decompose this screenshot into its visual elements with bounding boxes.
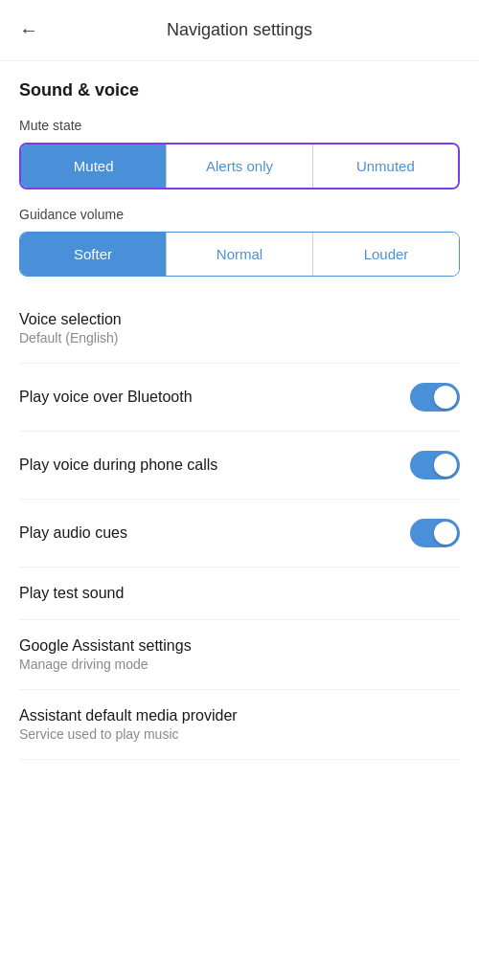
guidance-volume-label: Guidance volume [19,207,460,222]
play-audio-cues-toggle[interactable] [410,519,460,547]
back-button[interactable]: ← [19,15,46,45]
back-icon: ← [19,19,38,40]
play-voice-bluetooth-row: Play voice over Bluetooth [19,364,460,432]
page-title: Navigation settings [54,20,425,40]
volume-louder[interactable]: Louder [313,233,459,276]
play-audio-cues-row: Play audio cues [19,500,460,568]
header: ← Navigation settings [0,0,479,61]
sound-voice-title: Sound & voice [19,80,460,100]
play-voice-calls-toggle[interactable] [410,451,460,479]
assistant-media-sublabel: Service used to play music [19,726,460,742]
voice-selection-label: Voice selection [19,311,460,328]
google-assistant-row[interactable]: Google Assistant settings Manage driving… [19,620,460,690]
google-assistant-sublabel: Manage driving mode [19,657,460,672]
google-assistant-label: Google Assistant settings [19,637,460,655]
voice-selection-sublabel: Default (English) [19,330,460,345]
content-area: Sound & voice Mute state Muted Alerts on… [0,61,479,779]
play-voice-bluetooth-toggle[interactable] [410,383,460,412]
mute-state-alerts-only[interactable]: Alerts only [167,145,312,188]
mute-state-muted[interactable]: Muted [21,145,167,188]
voice-selection-row[interactable]: Voice selection Default (English) [19,294,460,364]
guidance-volume-control: Softer Normal Louder [19,232,460,277]
mute-state-unmuted[interactable]: Unmuted [313,145,458,188]
mute-state-control: Muted Alerts only Unmuted [19,143,460,189]
assistant-media-row[interactable]: Assistant default media provider Service… [19,690,460,760]
play-voice-calls-row: Play voice during phone calls [19,432,460,500]
play-test-sound-label: Play test sound [19,585,460,602]
mute-state-label: Mute state [19,118,460,133]
play-audio-cues-label: Play audio cues [19,524,127,542]
volume-softer[interactable]: Softer [20,233,167,276]
volume-normal[interactable]: Normal [167,233,313,276]
assistant-media-label: Assistant default media provider [19,707,460,724]
play-voice-calls-label: Play voice during phone calls [19,457,217,474]
play-voice-bluetooth-label: Play voice over Bluetooth [19,389,193,406]
play-test-sound-row[interactable]: Play test sound [19,568,460,620]
